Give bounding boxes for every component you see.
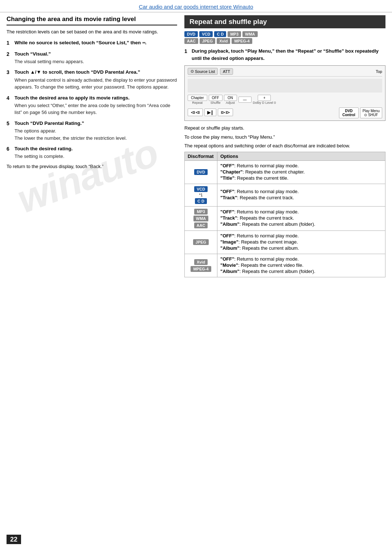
- step-content: Touch “Visual.” The visual setting menu …: [15, 50, 177, 65]
- on-adjust-group: ON Adjust: [224, 95, 237, 105]
- badge-row-2: AACJPEGXvidMPEG-4: [184, 38, 385, 44]
- player-display-area: [188, 79, 382, 93]
- source-list-button[interactable]: ⊙ Source List: [188, 68, 218, 75]
- on-button[interactable]: ON: [224, 95, 237, 101]
- table-row: JPEG"OFF": Returns to normal play mode."…: [185, 230, 385, 254]
- right-step-number: 1: [184, 48, 192, 62]
- disc-badge-mp3: MP3: [194, 209, 208, 215]
- step-heading: Touch the desired rating.: [15, 145, 177, 152]
- step-number: 3: [7, 69, 15, 90]
- badge-row-1: DVDVCDC DMP3WMA: [184, 31, 385, 37]
- chapter-repeat-group: Chapter Repeat: [188, 95, 207, 105]
- disc-icon: ⊙: [191, 69, 194, 74]
- step-content: Touch the desired rating. The setting is…: [15, 145, 177, 160]
- dolby-label: Dolby D Level 0: [253, 101, 276, 105]
- plus-dolby-group: + Dolby D Level 0: [253, 95, 276, 105]
- disc-badge-cell: JPEG: [188, 239, 214, 245]
- repeat-label: Repeat: [192, 101, 203, 105]
- disc-badge-cell: MP3WMAAAC: [188, 209, 214, 228]
- left-intro-text: The restriction levels can be set based …: [7, 28, 177, 36]
- disc-cell: VCD*1C D: [185, 184, 217, 206]
- format-badge-cd: C D: [214, 31, 226, 37]
- format-badge-vcd: VCD: [199, 31, 213, 37]
- note3: The repeat options and switching order o…: [184, 142, 385, 150]
- prev-button[interactable]: ⧏⧏: [188, 109, 203, 116]
- right-column: Repeat and shuffle play DVDVCDC DMP3WMA …: [184, 15, 385, 277]
- left-column: Changing the area and its movie rating l…: [7, 15, 177, 277]
- format-badges: DVDVCDC DMP3WMA AACJPEGXvidMPEG-4: [184, 31, 385, 44]
- main-content: Changing the area and its movie rating l…: [0, 15, 392, 277]
- step-content: While no source is selected, touch “Sour…: [15, 39, 177, 47]
- format-badge-wma: WMA: [242, 31, 258, 37]
- left-step-item: 6 Touch the desired rating. The setting …: [7, 145, 177, 160]
- disc-badge-cell: DVD: [188, 169, 214, 175]
- disc-badge-wma: WMA: [193, 216, 209, 221]
- page-number: 22: [7, 535, 21, 544]
- play-menu-button[interactable]: Play Menu ⊙ SHUF: [360, 107, 382, 118]
- options-text: "OFF": Returns to normal play mode."Trac…: [220, 189, 382, 200]
- left-step-item: 3 Touch ▲/▼ to scroll, then touch “DVD P…: [7, 69, 177, 90]
- options-cell: "OFF": Returns to normal play mode."Trac…: [217, 206, 385, 230]
- next-button[interactable]: ⧐⧐: [218, 109, 233, 116]
- top-store-link[interactable]: Car audio and car goods internet store W…: [139, 4, 253, 10]
- play-pause-button[interactable]: ▶‖: [204, 109, 216, 116]
- disc-badge-aac: AAC: [194, 223, 208, 228]
- note1: Repeat or shuffle play starts.: [184, 125, 385, 132]
- shuffle-label: Shuffle: [211, 101, 221, 105]
- right-step-item: 1 During playback, touch “Play Menu,” th…: [184, 48, 385, 62]
- disc-badge-xvid: Xvid: [194, 259, 208, 265]
- step-heading: Touch ▲/▼ to scroll, then touch “DVD Par…: [15, 69, 177, 76]
- step-number: 1: [7, 39, 15, 47]
- step-heading: Touch the desired area to apply its movi…: [15, 94, 177, 102]
- left-step-item: 5 Touch “DVD Parental Rating.” The optio…: [7, 120, 177, 142]
- right-step-list: 1 During playback, touch “Play Menu,” th…: [184, 48, 385, 62]
- disc-cell: XvidMPEG-4: [185, 254, 217, 277]
- table-row: MP3WMAAAC"OFF": Returns to normal play m…: [185, 206, 385, 230]
- options-text: "OFF": Returns to normal play mode."Movi…: [220, 256, 382, 274]
- step-heading: While no source is selected, touch “Sour…: [15, 39, 177, 46]
- options-text: "OFF": Returns to normal play mode."Chap…: [220, 163, 382, 181]
- format-badge-mp3: MP3: [228, 31, 241, 37]
- step-content: Touch the desired area to apply its movi…: [15, 94, 177, 116]
- right-step-content: During playback, touch “Play Menu,” then…: [192, 48, 385, 62]
- top-link-bar: Car audio and car goods internet store W…: [0, 0, 392, 12]
- dash-button[interactable]: —: [238, 97, 252, 103]
- options-cell: "OFF": Returns to normal play mode."Movi…: [217, 254, 385, 277]
- step-body: The setting is complete.: [15, 153, 177, 160]
- dash-group: —: [238, 97, 252, 103]
- left-step-item: 4 Touch the desired area to apply its mo…: [7, 94, 177, 116]
- step-heading: Touch “Visual.”: [15, 50, 177, 58]
- disc-cell: JPEG: [185, 230, 217, 254]
- att-button[interactable]: ATT: [220, 68, 233, 75]
- left-step-list: 1 While no source is selected, touch “So…: [7, 39, 177, 160]
- off-shuffle-group: OFF Shuffle: [209, 95, 222, 105]
- disc-badge-mpeg4: MPEG-4: [191, 266, 211, 272]
- options-cell: "OFF": Returns to normal play mode."Trac…: [217, 184, 385, 206]
- table-header-disc: Disc/format: [185, 152, 217, 160]
- back-note: To return to the previous display, touch…: [7, 164, 177, 169]
- table-row: DVD"OFF": Returns to normal play mode."C…: [185, 160, 385, 184]
- plus-button[interactable]: +: [258, 95, 271, 101]
- right-section-title: Repeat and shuffle play: [184, 15, 385, 28]
- options-cell: "OFF": Returns to normal play mode."Imag…: [217, 230, 385, 254]
- top-label: Top: [376, 69, 382, 74]
- disc-badge-jpeg: JPEG: [193, 239, 209, 245]
- step-number: 5: [7, 120, 15, 142]
- off-button[interactable]: OFF: [209, 95, 222, 101]
- dvd-control-button[interactable]: DVD Control: [339, 107, 359, 118]
- player-controls-row: Chapter Repeat OFF Shuffle ON Adjust —: [188, 95, 382, 105]
- source-list-label: Source List: [195, 69, 215, 74]
- disc-badge-cd: C D: [195, 198, 207, 204]
- step-content: Touch “DVD Parental Rating.” The options…: [15, 120, 177, 142]
- disc-badge-vcd: VCD: [194, 186, 208, 192]
- player-top-bar: ⊙ Source List ATT Top: [188, 68, 382, 77]
- sup-note: *1: [199, 193, 203, 197]
- disc-cell: DVD: [185, 160, 217, 184]
- left-step-item: 1 While no source is selected, touch “So…: [7, 39, 177, 47]
- step-body: When parental control is already activat…: [15, 77, 177, 91]
- disc-badge-cell: XvidMPEG-4: [188, 259, 214, 272]
- player-nav-row: ⧏⧏ ▶‖ ⧐⧐ DVD Control Play Menu ⊙ SHUF: [188, 106, 382, 118]
- table-row: VCD*1C D"OFF": Returns to normal play mo…: [185, 184, 385, 206]
- left-section-title: Changing the area and its movie rating l…: [7, 15, 177, 25]
- chapter-button[interactable]: Chapter: [188, 95, 207, 101]
